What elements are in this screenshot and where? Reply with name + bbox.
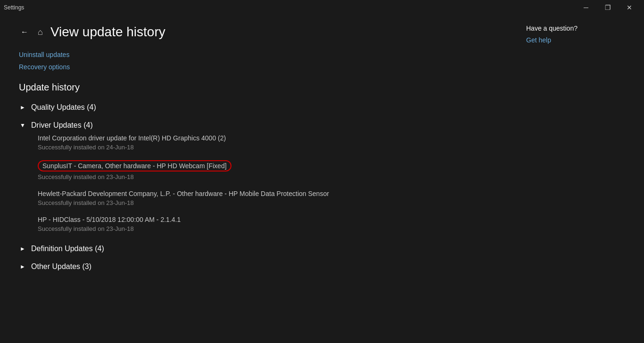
quality-updates-label: Quality Updates (4)	[31, 103, 96, 112]
quality-updates-header[interactable]: ► Quality Updates (4)	[19, 100, 493, 114]
page-title: View update history	[50, 24, 165, 40]
table-row: SunplusIT - Camera, Other hardware - HP …	[38, 160, 493, 180]
recovery-options-link[interactable]: Recovery options	[19, 63, 493, 71]
table-row: HP - HIDClass - 5/10/2018 12:00:00 AM - …	[38, 216, 493, 232]
update-title-2-highlighted: SunplusIT - Camera, Other hardware - HP …	[38, 160, 231, 172]
back-button[interactable]: ←	[19, 26, 30, 38]
maximize-button[interactable]: ❐	[597, 0, 619, 15]
help-title: Have a question?	[526, 24, 630, 32]
definition-updates-header[interactable]: ► Definition Updates (4)	[19, 242, 493, 256]
title-bar-app-name: Settings	[4, 4, 24, 11]
driver-updates-group: ▼ Driver Updates (4) Intel Corporation d…	[19, 118, 493, 232]
home-icon: ⌂	[38, 27, 43, 37]
driver-updates-label: Driver Updates (4)	[31, 121, 93, 130]
title-bar-controls: ─ ❐ ✕	[575, 0, 640, 15]
update-status-3: Successfully installed on 23-Jun-18	[38, 199, 493, 206]
driver-updates-items: Intel Corporation driver update for Inte…	[38, 134, 493, 232]
update-status-2: Successfully installed on 23-Jun-18	[38, 173, 493, 180]
uninstall-updates-link[interactable]: Uninstall updates	[19, 51, 493, 58]
quality-updates-chevron: ►	[19, 104, 26, 111]
table-row: Intel Corporation driver update for Inte…	[38, 134, 493, 151]
title-bar: Settings ─ ❐ ✕	[0, 0, 644, 15]
update-status-4: Successfully installed on 23-Jun-18	[38, 225, 493, 232]
definition-updates-chevron: ►	[19, 245, 26, 252]
minimize-button[interactable]: ─	[575, 0, 597, 15]
get-help-link[interactable]: Get help	[526, 36, 551, 44]
driver-updates-chevron: ▼	[19, 122, 26, 129]
driver-updates-header[interactable]: ▼ Driver Updates (4)	[19, 118, 493, 132]
other-updates-chevron: ►	[19, 263, 26, 270]
quality-updates-group: ► Quality Updates (4)	[19, 100, 493, 114]
section-title: Update history	[19, 82, 493, 93]
update-title-1: Intel Corporation driver update for Inte…	[38, 134, 493, 142]
definition-updates-group: ► Definition Updates (4)	[19, 242, 493, 256]
table-row: Hewlett-Packard Development Company, L.P…	[38, 190, 493, 206]
other-updates-label: Other Updates (3)	[31, 262, 91, 271]
other-updates-group: ► Other Updates (3)	[19, 260, 493, 274]
main-content: ← ⌂ View update history Uninstall update…	[0, 15, 512, 343]
close-button[interactable]: ✕	[619, 0, 640, 15]
update-title-3: Hewlett-Packard Development Company, L.P…	[38, 190, 493, 197]
definition-updates-label: Definition Updates (4)	[31, 245, 104, 253]
other-updates-header[interactable]: ► Other Updates (3)	[19, 260, 493, 274]
sidebar-links: Uninstall updates Recovery options	[19, 51, 493, 71]
update-status-1: Successfully installed on 24-Jun-18	[38, 144, 493, 151]
update-title-4: HP - HIDClass - 5/10/2018 12:00:00 AM - …	[38, 216, 493, 223]
right-panel: Have a question? Get help	[512, 15, 644, 343]
page-header: ← ⌂ View update history	[19, 24, 493, 40]
title-bar-left: Settings	[4, 4, 24, 11]
content-area: ← ⌂ View update history Uninstall update…	[0, 15, 644, 343]
